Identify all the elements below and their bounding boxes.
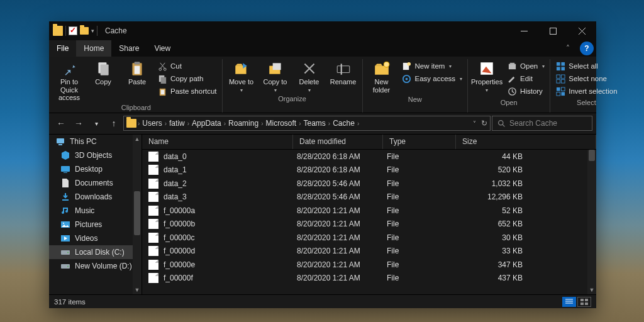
svg-rect-43 [57, 138, 64, 143]
svg-rect-47 [62, 199, 69, 201]
file-row[interactable]: data_2 8/28/2020 5:46 AM File 1,032 KB [142, 177, 596, 191]
history-button[interactable]: History [506, 86, 546, 97]
tab-share[interactable]: Share [111, 40, 147, 57]
svg-rect-45 [61, 166, 70, 172]
sidebar-item[interactable]: Desktop [49, 162, 142, 176]
pin-to-quick-access-button[interactable]: Pin to Quick access [54, 60, 84, 102]
paste-button[interactable]: Paste [122, 60, 152, 86]
file-row[interactable]: f_00000f 8/20/2020 1:21 AM File 437 KB [142, 271, 596, 285]
content-scrollbar[interactable]: ▼ [587, 150, 596, 294]
delete-icon [300, 60, 319, 77]
up-button[interactable]: ↑ [106, 115, 122, 131]
properties-qat-icon[interactable] [69, 26, 77, 35]
invert-selection-button[interactable]: Invert selection [554, 86, 618, 97]
details-view-button[interactable] [562, 297, 576, 307]
breadcrumb-segment[interactable]: Cache› [331, 119, 360, 128]
recent-locations-button[interactable]: ▾ [88, 115, 104, 131]
navigation-pane: This PC3D ObjectsDesktopDocumentsDownloa… [49, 135, 142, 294]
breadcrumb-segment[interactable]: Users› [141, 119, 168, 128]
sidebar-item[interactable]: Local Disk (C:) [49, 245, 142, 259]
breadcrumb-dropdown-icon[interactable]: ˅ [473, 120, 476, 127]
new-folder-button[interactable]: New folder [367, 60, 397, 94]
tab-view[interactable]: View [147, 40, 178, 57]
file-row[interactable]: data_1 8/28/2020 6:18 AM File 520 KB [142, 163, 596, 177]
new-item-icon [402, 61, 412, 71]
column-type[interactable]: Type [383, 135, 456, 149]
svg-rect-17 [272, 63, 280, 70]
sidebar-item[interactable]: This PC [49, 135, 142, 148]
breadcrumb-segment[interactable]: Microsoft› [264, 119, 302, 128]
cut-button[interactable]: Cut [156, 60, 218, 72]
file-row[interactable]: f_00000c 8/20/2020 1:21 AM File 30 KB [142, 231, 596, 245]
sidebar-item[interactable]: Documents [49, 176, 142, 190]
file-row[interactable]: f_00000b 8/20/2020 1:21 AM File 652 KB [142, 217, 596, 231]
sidebar-item[interactable]: Downloads [49, 190, 142, 204]
svg-point-21 [384, 62, 389, 67]
sidebar-item[interactable]: 3D Objects [49, 148, 142, 162]
copy-path-icon [157, 74, 167, 84]
breadcrumb-segment[interactable]: fatiw› [168, 119, 191, 128]
svg-rect-1 [550, 28, 556, 34]
copy-path-button[interactable]: Copy path [156, 73, 218, 84]
column-name[interactable]: Name [142, 135, 293, 149]
sidebar-item[interactable]: Pictures [49, 218, 142, 231]
copy-to-button[interactable]: Copy to▾ [260, 60, 291, 93]
close-button[interactable] [567, 21, 596, 40]
file-explorer-window: ▾ Cache File Home Share View ˄ ? Pin to … [49, 21, 596, 308]
new-item-button[interactable]: New item▾ [401, 60, 464, 72]
file-row[interactable]: data_3 8/28/2020 5:46 AM File 12,296 KB [142, 190, 596, 204]
nav-scrollbar[interactable]: ▲▼ [133, 135, 142, 294]
delete-button[interactable]: Delete▾ [294, 60, 325, 93]
search-input[interactable]: Search Cache [492, 116, 592, 131]
collapse-ribbon-button[interactable]: ˄ [558, 40, 577, 57]
column-date[interactable]: Date modified [293, 135, 383, 149]
svg-point-49 [63, 223, 64, 224]
column-headers[interactable]: Name Date modified Type Size [142, 135, 596, 150]
tab-home[interactable]: Home [76, 40, 111, 57]
paste-shortcut-button[interactable]: Paste shortcut [156, 86, 218, 97]
back-button[interactable]: ← [53, 115, 69, 131]
file-row[interactable]: f_00000d 8/20/2020 1:21 AM File 33 KB [142, 244, 596, 258]
breadcrumb-segment[interactable]: Roaming› [227, 119, 264, 128]
file-row[interactable]: f_00000e 8/20/2020 1:21 AM File 347 KB [142, 258, 596, 272]
paste-icon [128, 60, 147, 77]
sidebar-item[interactable]: Music [49, 204, 142, 218]
refresh-button[interactable]: ↻ [481, 119, 487, 128]
column-size[interactable]: Size [456, 135, 596, 149]
edit-button[interactable]: Edit [506, 73, 546, 84]
history-icon [507, 86, 517, 96]
sidebar-item[interactable]: Videos [49, 231, 142, 245]
quick-access-toolbar: ▾ [49, 26, 101, 36]
window-title: Cache [101, 26, 127, 35]
breadcrumb-segment[interactable]: Teams› [303, 119, 332, 128]
tab-file[interactable]: File [49, 40, 76, 57]
pin-icon [60, 60, 79, 77]
help-button[interactable]: ? [580, 42, 594, 55]
move-to-button[interactable]: Move to▾ [226, 60, 257, 93]
large-icons-view-button[interactable] [577, 297, 591, 307]
file-row[interactable]: data_0 8/28/2020 6:18 AM File 44 KB [142, 150, 596, 164]
properties-button[interactable]: Properties▾ [472, 60, 502, 93]
svg-point-23 [407, 62, 411, 65]
svg-rect-59 [585, 299, 588, 301]
copy-button[interactable]: Copy [88, 60, 118, 86]
maximize-button[interactable] [538, 21, 567, 40]
svg-rect-31 [557, 67, 560, 70]
file-row[interactable]: f_00000a 8/20/2020 1:21 AM File 52 KB [142, 204, 596, 218]
select-all-icon [555, 61, 565, 71]
open-button[interactable]: Open▾ [506, 60, 546, 72]
sidebar-item[interactable]: New Volume (D:) [49, 259, 142, 273]
qat-dropdown-icon[interactable]: ▾ [91, 28, 94, 34]
select-all-button[interactable]: Select all [554, 60, 618, 72]
select-none-button[interactable]: Select none [554, 73, 618, 84]
forward-button[interactable]: → [70, 115, 87, 131]
breadcrumb[interactable]: › Users›fatiw›AppData›Roaming›Microsoft›… [123, 116, 491, 131]
new-folder-qat-icon[interactable] [80, 27, 89, 35]
file-icon [148, 219, 158, 229]
breadcrumb-segment[interactable]: AppData› [191, 119, 227, 128]
file-icon [148, 206, 158, 216]
minimize-button[interactable] [509, 21, 538, 40]
svg-rect-46 [64, 172, 67, 173]
easy-access-button[interactable]: Easy access▾ [401, 73, 464, 84]
rename-button[interactable]: Rename [328, 60, 358, 86]
